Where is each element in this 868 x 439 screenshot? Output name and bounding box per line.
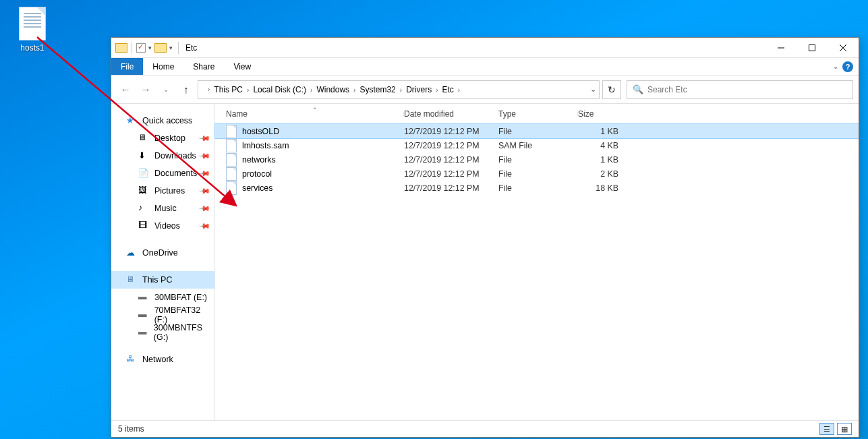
ribbon-expand-icon[interactable]: ⌄ xyxy=(833,63,838,70)
chevron-right-icon[interactable]: › xyxy=(397,86,405,94)
cloud-icon: ☁ xyxy=(126,247,137,258)
nav-onedrive[interactable]: ☁ OneDrive xyxy=(111,244,214,262)
file-type: File xyxy=(498,183,578,193)
qat-dropdown2-icon[interactable]: ▾ xyxy=(168,45,174,51)
chevron-right-icon[interactable]: › xyxy=(244,86,252,94)
desktop-file-hosts1[interactable]: hosts1 xyxy=(12,7,53,53)
file-row[interactable]: hostsOLD12/7/2019 12:12 PMFile1 KB xyxy=(215,124,859,138)
star-icon: ★ xyxy=(126,115,137,126)
minimize-button[interactable] xyxy=(765,38,797,57)
file-size: 1 KB xyxy=(578,127,621,136)
nav-desktop[interactable]: 🖥Desktop📌 xyxy=(111,129,214,147)
folder-icon xyxy=(115,43,127,53)
file-icon xyxy=(226,181,237,195)
pictures-icon: 🖼 xyxy=(138,185,149,196)
nav-drive[interactable]: ▬30MBFAT (E:) xyxy=(111,289,214,306)
breadcrumb-local-disk-c-[interactable]: Local Disk (C:) xyxy=(252,85,308,94)
downloads-icon: ⬇ xyxy=(138,150,149,161)
col-size[interactable]: Size xyxy=(578,109,621,119)
nav-videos[interactable]: 🎞Videos📌 xyxy=(111,217,214,235)
file-modified: 12/7/2019 12:12 PM xyxy=(404,141,498,150)
breadcrumb-drivers[interactable]: Drivers xyxy=(405,85,433,94)
file-size: 1 KB xyxy=(578,155,621,165)
file-modified: 12/7/2019 12:12 PM xyxy=(404,127,498,136)
file-modified: 12/7/2019 12:12 PM xyxy=(404,183,498,193)
tab-view[interactable]: View xyxy=(224,58,260,75)
file-type: SAM File xyxy=(498,141,578,150)
status-text: 5 items xyxy=(118,424,144,434)
file-name: lmhosts.sam xyxy=(242,141,289,150)
music-icon: ♪ xyxy=(138,203,149,214)
large-icons-view-button[interactable]: ▦ xyxy=(837,423,852,435)
chevron-right-icon[interactable]: › xyxy=(308,86,315,94)
breadcrumb-system32[interactable]: System32 xyxy=(358,85,397,94)
ribbon: File Home Share View ⌄ ? xyxy=(111,58,859,76)
status-bar: 5 items ☰ ▦ xyxy=(111,420,859,437)
file-row[interactable]: services12/7/2019 12:12 PMFile18 KB xyxy=(215,181,859,195)
nav-music[interactable]: ♪Music📌 xyxy=(111,200,214,217)
file-name: services xyxy=(242,183,272,193)
tab-share[interactable]: Share xyxy=(183,58,224,75)
file-list-pane: Name ⌃ Date modified Type Size hostsOLD1… xyxy=(215,104,859,420)
nav-downloads[interactable]: ⬇Downloads📌 xyxy=(111,147,214,165)
nav-network[interactable]: 🖧 Network xyxy=(111,351,214,368)
file-type: File xyxy=(498,155,578,165)
refresh-button[interactable]: ↻ xyxy=(602,80,621,99)
nav-this-pc[interactable]: 🖥 This PC xyxy=(111,271,214,289)
breadcrumb-etc[interactable]: Etc xyxy=(440,85,455,94)
search-box[interactable]: 🔍 xyxy=(627,80,853,99)
drive-icon: ▬ xyxy=(138,327,148,338)
file-row[interactable]: protocol12/7/2019 12:12 PMFile2 KB xyxy=(215,167,859,181)
documents-icon: 📄 xyxy=(138,168,149,179)
file-name: protocol xyxy=(242,169,272,179)
up-button[interactable]: ↑ xyxy=(177,81,195,98)
details-view-button[interactable]: ☰ xyxy=(819,423,834,435)
file-row[interactable]: networks12/7/2019 12:12 PMFile1 KB xyxy=(215,152,859,167)
address-dropdown-icon[interactable]: ⌄ xyxy=(590,85,596,94)
nav-drive[interactable]: ▬70MBFAT32 (F:) xyxy=(111,306,214,324)
close-button[interactable] xyxy=(828,38,859,57)
file-label: hosts1 xyxy=(12,43,53,53)
network-icon: 🖧 xyxy=(126,354,137,365)
nav-pictures[interactable]: 🖼Pictures📌 xyxy=(111,182,214,200)
properties-icon[interactable] xyxy=(136,43,146,53)
window-title: Etc xyxy=(185,43,197,53)
chevron-right-icon[interactable]: › xyxy=(433,86,440,94)
col-modified[interactable]: Date modified xyxy=(404,109,498,119)
separator xyxy=(178,42,179,54)
file-icon xyxy=(19,7,46,40)
breadcrumb-windows[interactable]: Windows xyxy=(315,85,351,94)
search-icon: 🔍 xyxy=(633,84,643,94)
nav-drive[interactable]: ▬300MBNTFS (G:) xyxy=(111,324,214,341)
chevron-right-icon[interactable]: › xyxy=(205,86,212,93)
tab-home[interactable]: Home xyxy=(143,58,183,75)
sort-asc-icon: ⌃ xyxy=(312,107,318,113)
file-icon xyxy=(226,125,237,138)
file-name: networks xyxy=(242,155,276,165)
file-row[interactable]: lmhosts.sam12/7/2019 12:12 PMSAM File4 K… xyxy=(215,138,859,152)
search-input[interactable] xyxy=(647,85,847,94)
breadcrumb-this-pc[interactable]: This PC xyxy=(212,85,244,94)
maximize-button[interactable] xyxy=(797,38,828,57)
address-bar[interactable]: › This PC›Local Disk (C:)›Windows›System… xyxy=(198,80,600,99)
nav-quick-access[interactable]: ★ Quick access xyxy=(111,112,214,129)
pin-icon: 📌 xyxy=(198,202,210,214)
chevron-right-icon[interactable]: › xyxy=(351,86,358,94)
chevron-right-icon[interactable]: › xyxy=(455,86,463,94)
help-icon[interactable]: ? xyxy=(842,61,853,72)
forward-button[interactable]: → xyxy=(137,81,154,98)
back-button[interactable]: ← xyxy=(117,81,134,98)
separator xyxy=(132,42,132,54)
col-name[interactable]: Name ⌃ xyxy=(226,109,404,119)
new-folder-icon[interactable] xyxy=(154,43,167,53)
file-size: 18 KB xyxy=(578,183,621,193)
recent-dropdown-icon[interactable]: ⌄ xyxy=(157,81,175,98)
column-headers: Name ⌃ Date modified Type Size xyxy=(215,104,859,124)
qat-dropdown-icon[interactable]: ▾ xyxy=(147,45,153,51)
nav-documents[interactable]: 📄Documents📌 xyxy=(111,165,214,182)
title-bar: ▾ ▾ Etc xyxy=(111,38,859,58)
tab-file[interactable]: File xyxy=(111,58,143,75)
pin-icon: 📌 xyxy=(198,149,210,162)
col-type[interactable]: Type xyxy=(498,109,578,119)
file-name: hostsOLD xyxy=(242,127,279,136)
